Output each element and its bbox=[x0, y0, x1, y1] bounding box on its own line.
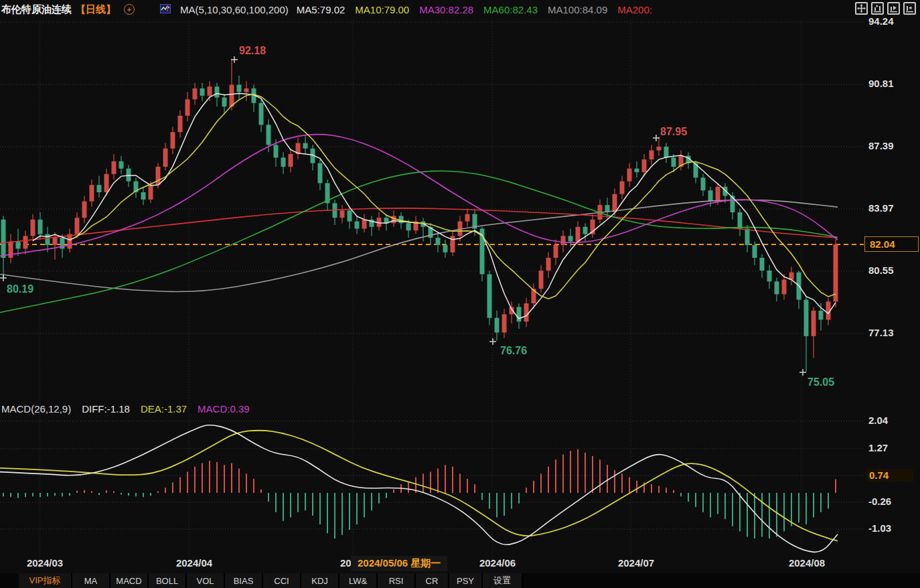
price-annotation: 80.19 bbox=[7, 283, 33, 295]
price-annotation: 87.95 bbox=[660, 126, 687, 138]
tab-kdj[interactable]: KDJ bbox=[301, 573, 339, 588]
tab-cci[interactable]: CCI bbox=[263, 573, 301, 588]
macd-macd-value: MACD:0.39 bbox=[198, 403, 250, 415]
price-axis-label: 77.13 bbox=[868, 327, 894, 338]
date-axis-label: 2024/03 bbox=[15, 557, 75, 569]
price-annotation: 92.18 bbox=[239, 45, 266, 57]
macd-axis-label: 2.04 bbox=[868, 415, 888, 426]
date-axis-label: 2024/04 bbox=[164, 557, 224, 569]
ma-legend-ma200: MA200: bbox=[617, 4, 652, 15]
trading-app: 布伦特原油连续 【日线】 + MA(5,10,30,60,100,200) MA… bbox=[0, 0, 920, 588]
ma-legend-ma10: MA10:79.00 bbox=[355, 4, 409, 15]
macd-dea-value: DEA:-1.37 bbox=[141, 403, 187, 415]
tab-rsi[interactable]: RSI bbox=[378, 573, 416, 588]
tab-boll[interactable]: BOLL bbox=[149, 573, 187, 588]
tab-vip[interactable]: VIP指标 bbox=[19, 573, 72, 588]
price-annotation: 75.05 bbox=[808, 376, 834, 388]
price-axis-label: 80.55 bbox=[868, 265, 894, 276]
tab-vol[interactable]: VOL bbox=[187, 573, 225, 588]
ma-legend: MA5:79.02MA10:79.00MA30:82.28MA60:82.43M… bbox=[297, 4, 652, 15]
add-compare-icon[interactable]: + bbox=[124, 4, 135, 15]
macd-header: MACD(26,12,9) DIFF:-1.18 DEA:-1.37 MACD:… bbox=[1, 403, 250, 415]
tab-bias[interactable]: BIAS bbox=[225, 573, 263, 588]
macd-axis-label: 1.27 bbox=[868, 442, 888, 453]
chart-header: 布伦特原油连续 【日线】 + MA(5,10,30,60,100,200) MA… bbox=[0, 0, 920, 19]
pan-icon[interactable] bbox=[855, 2, 868, 15]
window-icons bbox=[855, 2, 916, 15]
prev-indicator-icon[interactable] bbox=[871, 2, 884, 15]
macd-title: MACD(26,12,9) bbox=[1, 403, 71, 415]
crosshair-date-tooltip: 2024/05/06 星期一 bbox=[351, 556, 447, 571]
tab-[interactable]: 设置 bbox=[483, 573, 523, 588]
date-axis-label: 2024/06 bbox=[467, 557, 528, 569]
price-axis-label: 87.39 bbox=[868, 140, 894, 151]
tab-macd[interactable]: MACD bbox=[110, 573, 149, 588]
ma-legend-ma30: MA30:82.28 bbox=[419, 4, 473, 15]
ma-legend-ma100: MA100:84.09 bbox=[548, 4, 607, 15]
macd-axis-label: -0.26 bbox=[868, 496, 891, 507]
tab-psy[interactable]: PSY bbox=[449, 573, 483, 588]
ma-legend-ma5: MA5:79.02 bbox=[297, 4, 346, 15]
ma-legend-ma60: MA60:82.43 bbox=[483, 4, 538, 15]
play-indicator-icon[interactable] bbox=[887, 2, 900, 15]
date-axis-label: 2024/07 bbox=[606, 557, 666, 569]
tab-lw[interactable]: LW& bbox=[339, 573, 378, 588]
symbol-name: 布伦特原油连续 bbox=[1, 3, 72, 16]
macd-diff-value: DIFF:-1.18 bbox=[82, 403, 130, 415]
price-axis-label: 83.97 bbox=[868, 202, 894, 214]
ma-formula: MA(5,10,30,60,100,200) bbox=[180, 4, 289, 15]
exit-icon[interactable] bbox=[903, 2, 916, 15]
kline-style-icon[interactable] bbox=[160, 3, 171, 16]
price-axis-label: 90.81 bbox=[868, 78, 894, 89]
tab-ma[interactable]: MA bbox=[72, 573, 110, 588]
macd-axis-label: -1.03 bbox=[868, 522, 891, 534]
tab-cr[interactable]: CR bbox=[416, 573, 449, 588]
last-price-badge: 82.04 bbox=[864, 236, 919, 252]
chart-canvas[interactable] bbox=[0, 0, 920, 573]
indicator-tabbar: VIP指标MAMACDBOLLVOLBIASCCIKDJLW&RSICRPSY设… bbox=[0, 573, 920, 588]
period-label[interactable]: 【日线】 bbox=[76, 3, 116, 16]
price-annotation: 76.76 bbox=[500, 345, 527, 357]
date-axis-label: 2024/08 bbox=[777, 557, 837, 569]
macd-highlight-value: 0.74 bbox=[866, 469, 913, 482]
